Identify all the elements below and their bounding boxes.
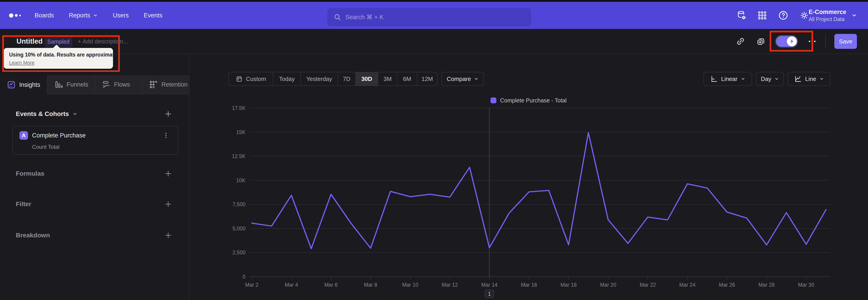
svg-text:12.5K: 12.5K — [232, 153, 246, 159]
annotation-red-box-toggle — [770, 31, 813, 52]
annotation-red-box-title — [2, 35, 120, 72]
mixpanel-insights-page: BoardsReportsUsersEvents Search ⌘ + K — [0, 0, 868, 300]
svg-text:Mar 2: Mar 2 — [245, 282, 258, 288]
svg-text:Mar 16: Mar 16 — [521, 282, 537, 288]
line-chart[interactable]: 02,5005,0007,50010K12.5K15K17.5KMar 2Mar… — [0, 0, 868, 300]
svg-text:2,500: 2,500 — [232, 249, 246, 256]
svg-text:Mar 10: Mar 10 — [402, 282, 418, 288]
svg-text:Mar 4: Mar 4 — [285, 282, 298, 288]
svg-text:Mar 6: Mar 6 — [324, 282, 338, 288]
svg-text:Mar 8: Mar 8 — [364, 282, 377, 288]
svg-text:15K: 15K — [236, 129, 246, 135]
svg-text:Mar 22: Mar 22 — [640, 282, 656, 288]
svg-text:Mar 28: Mar 28 — [758, 282, 775, 288]
svg-text:Mar 14: Mar 14 — [481, 282, 498, 288]
svg-text:5,000: 5,000 — [232, 226, 246, 232]
svg-text:0: 0 — [243, 274, 246, 280]
svg-text:Mar 20: Mar 20 — [600, 282, 616, 288]
svg-text:Mar 30: Mar 30 — [798, 282, 814, 288]
svg-text:Mar 24: Mar 24 — [679, 282, 695, 288]
svg-text:17.5K: 17.5K — [232, 105, 246, 111]
annotation-marker[interactable]: 1 — [485, 290, 494, 298]
svg-text:10K: 10K — [236, 177, 246, 183]
svg-text:7,500: 7,500 — [232, 202, 246, 207]
svg-text:Mar 12: Mar 12 — [442, 282, 458, 288]
svg-text:Mar 26: Mar 26 — [719, 282, 735, 288]
svg-text:Mar 18: Mar 18 — [561, 282, 577, 288]
